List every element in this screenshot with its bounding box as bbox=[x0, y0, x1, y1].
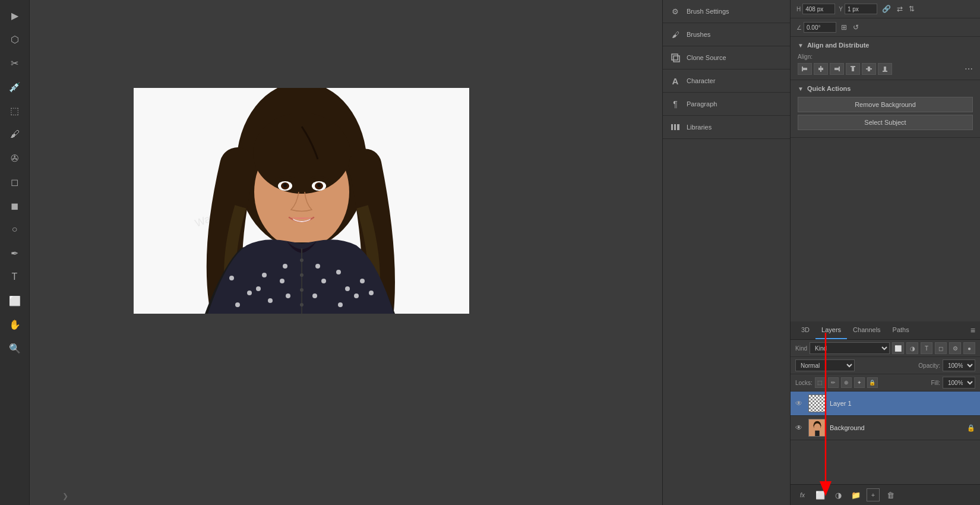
blend-row: Normal Multiply Screen Overlay Opacity: … bbox=[791, 357, 980, 374]
align-section: ▼ Align and Distribute Align: bbox=[791, 37, 980, 80]
svg-point-28 bbox=[338, 302, 343, 307]
filter-adj-btn[interactable]: ◑ bbox=[906, 342, 918, 354]
remove-background-button[interactable]: Remove Background bbox=[798, 97, 973, 112]
svg-point-16 bbox=[235, 302, 240, 307]
svg-point-17 bbox=[262, 273, 267, 277]
flip-h-icon[interactable]: ⇄ bbox=[896, 4, 904, 14]
align-center-v-btn[interactable] bbox=[862, 63, 876, 75]
clone-source-item[interactable]: Clone Source bbox=[663, 46, 790, 70]
layer-adjustment-button[interactable]: ◑ bbox=[831, 488, 845, 502]
svg-point-22 bbox=[286, 293, 290, 298]
tab-channels[interactable]: Channels bbox=[847, 321, 886, 339]
tool-gradient[interactable]: ◼ bbox=[4, 195, 26, 216]
layer-item-background[interactable]: 👁 Background 🔒 bbox=[791, 416, 980, 440]
libraries-icon bbox=[670, 122, 681, 132]
tool-shape[interactable]: ⬜ bbox=[4, 290, 26, 311]
svg-point-10 bbox=[283, 184, 287, 187]
svg-rect-43 bbox=[803, 68, 807, 70]
layer-item-layer1[interactable]: 👁 Layer 1 bbox=[791, 392, 980, 416]
align-center-h-btn[interactable] bbox=[814, 63, 828, 75]
angle-bar: ∠ ⊞ ↺ bbox=[791, 18, 980, 37]
align-more-btn[interactable]: ⋯ bbox=[965, 64, 973, 74]
h-input[interactable] bbox=[802, 4, 835, 14]
background-thumb-svg bbox=[809, 419, 826, 437]
tool-dodge[interactable]: ○ bbox=[4, 219, 26, 240]
character-item[interactable]: A Character bbox=[663, 70, 790, 93]
flip-v-icon[interactable]: ⇅ bbox=[908, 4, 916, 14]
anchor-icon[interactable]: ⊞ bbox=[840, 22, 848, 33]
clone-source-icon bbox=[670, 52, 681, 63]
svg-point-35 bbox=[300, 288, 304, 292]
tab-3d[interactable]: 3D bbox=[795, 321, 815, 339]
link-icon[interactable]: 🔗 bbox=[881, 4, 892, 14]
h-input-group: H bbox=[796, 4, 835, 14]
svg-point-31 bbox=[369, 291, 374, 295]
svg-point-27 bbox=[345, 286, 350, 291]
filter-select[interactable]: Kind bbox=[810, 342, 890, 354]
left-sidebar: ▶ ⬡ ✂ 💉 ⬚ 🖌 ✇ ◻ ◼ ○ ✒ T ⬜ ✋ 🔍 bbox=[0, 0, 30, 505]
align-collapse-icon[interactable]: ▼ bbox=[798, 42, 804, 49]
tool-lasso[interactable]: ⬡ bbox=[4, 29, 26, 50]
filter-type-btn[interactable]: T bbox=[921, 342, 932, 354]
layers-menu-button[interactable]: ≡ bbox=[970, 326, 975, 335]
background-visibility-icon[interactable]: 👁 bbox=[795, 424, 805, 432]
libraries-label: Libraries bbox=[687, 124, 712, 131]
tool-eyedropper[interactable]: 💉 bbox=[4, 76, 26, 97]
brush-settings-item[interactable]: ⚙ Brush Settings bbox=[663, 0, 790, 23]
svg-rect-48 bbox=[851, 66, 855, 67]
filter-pixel-btn[interactable]: ⬜ bbox=[892, 342, 904, 354]
lock-move-btn[interactable]: ✦ bbox=[854, 377, 865, 388]
layer1-visibility-icon[interactable]: 👁 bbox=[795, 399, 805, 408]
fill-label: Fill: bbox=[931, 380, 940, 386]
filter-shape-btn[interactable]: ◻ bbox=[935, 342, 947, 354]
quick-actions-collapse-icon[interactable]: ▼ bbox=[798, 86, 804, 92]
fill-select[interactable]: 100% 75% 50% bbox=[943, 377, 975, 389]
tool-clone[interactable]: ✇ bbox=[4, 147, 26, 169]
locks-row: Locks: ⬚ ✏ ⊕ ✦ 🔒 Fill: 100% 75% 50% bbox=[791, 374, 980, 392]
photo-container: Watermark Watermark Watermark bbox=[134, 88, 469, 314]
lock-position-btn[interactable]: ✏ bbox=[828, 377, 839, 388]
filter-smart-btn[interactable]: ⚙ bbox=[949, 342, 961, 354]
svg-point-15 bbox=[247, 291, 252, 295]
y-input[interactable] bbox=[845, 4, 877, 14]
properties-panel: H Y 🔗 ⇄ ⇅ ∠ ⊞ ↺ ▼ Align and Distribute A… bbox=[790, 0, 980, 505]
tool-crop[interactable]: ✂ bbox=[4, 52, 26, 74]
reset-icon[interactable]: ↺ bbox=[852, 22, 860, 33]
blend-mode-select[interactable]: Normal Multiply Screen Overlay bbox=[795, 359, 855, 371]
tab-layers[interactable]: Layers bbox=[815, 321, 847, 339]
h-label: H bbox=[796, 6, 801, 12]
tool-text[interactable]: T bbox=[4, 266, 26, 288]
align-bottom-btn[interactable] bbox=[878, 63, 892, 75]
layer-group-button[interactable]: 📁 bbox=[849, 488, 863, 502]
lock-pixels-btn[interactable]: ⬚ bbox=[815, 377, 826, 388]
select-subject-button[interactable]: Select Subject bbox=[798, 115, 973, 130]
svg-rect-45 bbox=[818, 68, 823, 70]
align-top-btn[interactable] bbox=[846, 63, 860, 75]
align-left-btn[interactable] bbox=[798, 63, 812, 75]
tools-panel: ⚙ Brush Settings 🖌 Brushes Clone Source … bbox=[662, 0, 790, 505]
libraries-item[interactable]: Libraries bbox=[663, 116, 790, 139]
tool-brush[interactable]: 🖌 bbox=[4, 124, 26, 145]
lock-artboard-btn[interactable]: ⊕ bbox=[841, 377, 852, 388]
paragraph-item[interactable]: ¶ Paragraph bbox=[663, 93, 790, 116]
brushes-item[interactable]: 🖌 Brushes bbox=[663, 23, 790, 46]
scroll-arrow-left[interactable]: ❯ bbox=[62, 492, 68, 500]
tool-eraser[interactable]: ◻ bbox=[4, 171, 26, 192]
quick-actions-header: ▼ Quick Actions bbox=[798, 85, 973, 92]
tool-pen[interactable]: ✒ bbox=[4, 242, 26, 264]
align-right-btn[interactable] bbox=[830, 63, 844, 75]
lock-all-btn[interactable]: 🔒 bbox=[867, 377, 878, 388]
tool-hand[interactable]: ✋ bbox=[4, 314, 26, 335]
tool-move[interactable]: ▶ bbox=[4, 5, 26, 26]
layer-new-button[interactable]: + bbox=[867, 488, 880, 501]
layer-fx-button[interactable]: fx bbox=[795, 488, 810, 502]
tool-zoom[interactable]: 🔍 bbox=[4, 337, 26, 359]
layer-mask-button[interactable]: ⬜ bbox=[813, 488, 827, 502]
tab-paths[interactable]: Paths bbox=[887, 321, 915, 339]
tool-heal[interactable]: ⬚ bbox=[4, 100, 26, 121]
filter-toggle[interactable]: ● bbox=[963, 342, 975, 354]
angle-input[interactable] bbox=[804, 22, 836, 33]
opacity-select[interactable]: 100% 75% 50% bbox=[943, 359, 975, 371]
character-label: Character bbox=[687, 77, 715, 84]
layer-delete-button[interactable]: 🗑 bbox=[883, 488, 897, 502]
